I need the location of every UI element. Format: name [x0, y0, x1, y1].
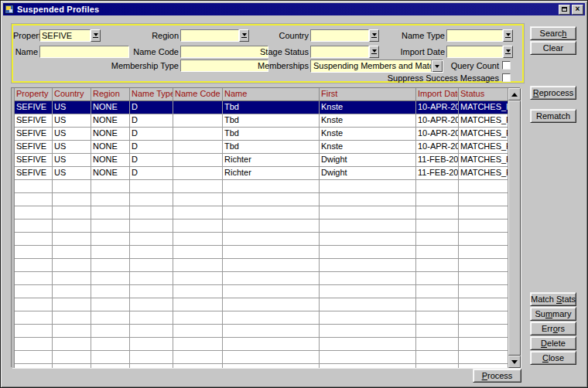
table-row[interactable]: SEFIVEUSNONEDTbdKnste10-APR-2013MATCHES_…	[15, 114, 508, 128]
process-button[interactable]: Process	[473, 369, 521, 383]
table-cell	[130, 298, 173, 311]
table-row[interactable]	[15, 311, 508, 325]
table-cell: SEFIVE	[15, 101, 53, 114]
table-cell	[416, 246, 459, 259]
table-cell	[416, 351, 459, 364]
table-row[interactable]	[15, 180, 508, 193]
table-cell	[416, 325, 459, 338]
table-row[interactable]	[15, 272, 508, 285]
suppress-success-messages-checkbox[interactable]	[502, 73, 511, 82]
query-count-label: Query Count	[437, 61, 499, 72]
country-lov-button[interactable]	[369, 29, 379, 42]
table-cell: Dwight	[320, 167, 416, 180]
import-date-field[interactable]	[446, 46, 503, 58]
table-cell	[320, 272, 416, 285]
search-button[interactable]: Search	[530, 26, 576, 40]
property-lov-button[interactable]	[91, 29, 101, 42]
table-cell	[320, 246, 416, 259]
table-cell	[223, 272, 320, 285]
table-cell	[223, 233, 320, 246]
column-header: Name Type	[130, 88, 173, 101]
table-cell	[15, 180, 53, 193]
table-cell	[416, 272, 459, 285]
maximize-button[interactable]	[559, 5, 570, 15]
table-cell: SEFIVE	[15, 128, 53, 141]
name-type-field[interactable]	[446, 29, 503, 42]
table-cell	[459, 298, 508, 311]
table-row[interactable]	[15, 246, 508, 259]
table-cell: MATCHES_FOUND	[459, 128, 508, 141]
country-field[interactable]	[310, 29, 369, 42]
import-date-lov-button[interactable]	[503, 46, 513, 58]
clear-button[interactable]: Clear	[530, 41, 576, 55]
table-row[interactable]	[15, 364, 508, 368]
table-row[interactable]	[15, 338, 508, 351]
rematch-button[interactable]: Rematch	[530, 109, 576, 123]
close-window-button[interactable]: ×	[572, 5, 583, 15]
table-cell	[173, 206, 223, 220]
query-count-checkbox[interactable]	[502, 61, 511, 70]
memberships-select[interactable]: Suspending Members and Matchin...	[310, 60, 443, 73]
table-cell	[173, 220, 223, 233]
table-cell: US	[53, 114, 91, 128]
table-cell	[416, 285, 459, 298]
table-cell	[416, 193, 459, 206]
stage-status-lov-button[interactable]	[369, 46, 379, 58]
table-row[interactable]	[15, 325, 508, 338]
table-cell	[91, 259, 130, 272]
lov-dropdown-icon	[372, 33, 377, 36]
table-row[interactable]: SEFIVEUSNONEDTbdKnste10-APR-2013MATCHES_…	[15, 101, 508, 114]
reprocess-button[interactable]: Reprocess	[530, 86, 576, 100]
close-button[interactable]: Close	[530, 351, 576, 365]
table-cell	[459, 351, 508, 364]
vertical-scrollbar[interactable]	[508, 88, 521, 368]
table-cell: MATCHES_FOUND	[459, 141, 508, 154]
scrollbar-thumb[interactable]	[508, 100, 521, 356]
table-cell	[416, 298, 459, 311]
table-cell: MATCHES_FOUND	[459, 101, 508, 114]
table-row[interactable]	[15, 193, 508, 206]
table-row[interactable]: SEFIVEUSNONEDRichterDwight11-FEB-2013MAT…	[15, 154, 508, 167]
table-cell	[173, 364, 223, 368]
table-row[interactable]	[15, 220, 508, 233]
table-cell	[223, 311, 320, 325]
table-cell	[173, 114, 223, 128]
table-row[interactable]	[15, 298, 508, 311]
summary-button[interactable]: Summary	[530, 307, 576, 321]
errors-button[interactable]: Errors	[530, 322, 576, 335]
scroll-up-button[interactable]	[508, 88, 521, 100]
table-cell: D	[130, 167, 173, 180]
table-cell	[416, 220, 459, 233]
table-cell: US	[53, 154, 91, 167]
table-cell	[459, 180, 508, 193]
match-stats-button[interactable]: Match Stats	[530, 292, 576, 306]
table-row[interactable]	[15, 259, 508, 272]
name-type-lov-button[interactable]	[503, 29, 513, 42]
table-cell: D	[130, 141, 173, 154]
table-cell	[173, 167, 223, 180]
property-field[interactable]	[39, 29, 91, 42]
column-header: Status	[459, 88, 508, 101]
window-titlebar[interactable]: Suspended Profiles ×	[3, 3, 585, 15]
table-cell	[173, 325, 223, 338]
table-row[interactable]	[15, 233, 508, 246]
name-field[interactable]	[39, 46, 129, 58]
scroll-down-button[interactable]	[508, 356, 521, 368]
delete-button[interactable]: Delete	[530, 336, 576, 350]
table-cell	[459, 193, 508, 206]
table-cell	[53, 285, 91, 298]
table-row[interactable]: SEFIVEUSNONEDTbdKnste10-APR-2013MATCHES_…	[15, 128, 508, 141]
table-row[interactable]	[15, 285, 508, 298]
table-cell	[130, 233, 173, 246]
table-cell	[53, 325, 91, 338]
table-row[interactable]: SEFIVEUSNONEDTbdKnste10-APR-2013MATCHES_…	[15, 141, 508, 154]
table-row[interactable]	[15, 351, 508, 364]
table-row[interactable]	[15, 206, 508, 220]
stage-status-field[interactable]	[310, 46, 369, 58]
table-cell	[223, 193, 320, 206]
import-date-label: Import Date	[385, 47, 445, 58]
search-panel: Property Region Country Name Type Name N…	[12, 24, 524, 83]
region-lov-button[interactable]	[239, 29, 249, 42]
table-row[interactable]: SEFIVEUSNONEDRichterDwight11-FEB-2013MAT…	[15, 167, 508, 180]
region-field[interactable]	[180, 29, 239, 42]
